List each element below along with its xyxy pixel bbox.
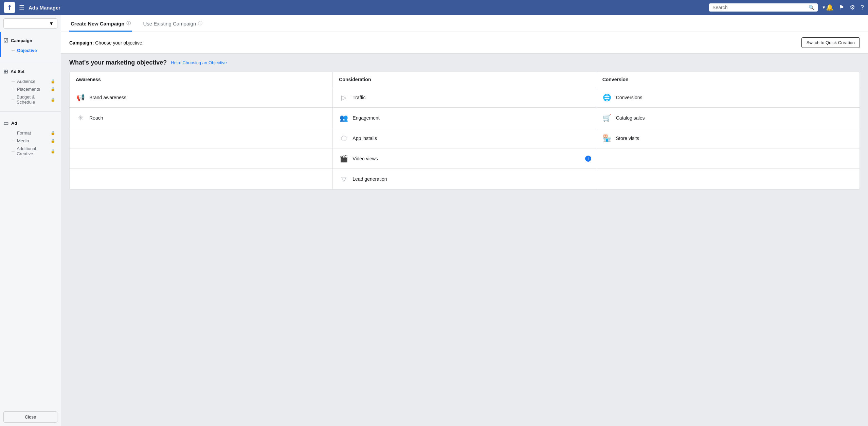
use-existing-campaign-info-icon[interactable]: ⓘ	[198, 20, 202, 26]
ad-section: ▭ Ad Format 🔒 Media 🔒 Additional Creativ…	[0, 114, 61, 160]
media-lock-icon: 🔒	[51, 139, 55, 143]
conversion-column: 🌐 Conversions 🛒 Catalog sales 🏪 Store vi…	[596, 87, 860, 189]
engagement-label: Engagement	[352, 115, 379, 121]
sidebar: ▼ ☑ Campaign Objective ⊞ Ad Set	[0, 15, 61, 426]
conversions-icon: 🌐	[602, 93, 612, 102]
objective-engagement[interactable]: 👥 Engagement	[333, 108, 596, 128]
brand-awareness-label: Brand awareness	[89, 95, 126, 100]
video-views-icon: 🎬	[339, 155, 348, 163]
objective-traffic[interactable]: ▷ Traffic	[333, 87, 596, 108]
create-new-campaign-info-icon[interactable]: ⓘ	[126, 20, 131, 26]
brand-awareness-icon: 📢	[76, 93, 85, 102]
campaign-icon: ☑	[3, 37, 8, 44]
objective-lead-generation[interactable]: ▽ Lead generation	[333, 169, 596, 189]
objective-video-views[interactable]: 🎬 Video views i	[333, 148, 596, 169]
format-label: Format	[17, 130, 31, 136]
tab-use-existing-campaign[interactable]: Use Existing Campaign ⓘ	[142, 15, 204, 32]
use-existing-campaign-label: Use Existing Campaign	[143, 21, 196, 26]
switch-to-quick-creation-button[interactable]: Switch to Quick Creation	[801, 37, 860, 48]
awareness-empty-3	[70, 169, 332, 189]
close-button[interactable]: Close	[3, 411, 57, 423]
video-views-info-badge[interactable]: i	[585, 156, 591, 162]
app-installs-icon: ⬡	[339, 134, 348, 142]
sidebar-dropdown-arrow: ▼	[49, 21, 54, 26]
ad-icon: ▭	[3, 120, 8, 126]
sidebar-item-format[interactable]: Format 🔒	[3, 129, 57, 137]
objective-bar: Campaign: Choose your objective. Switch …	[61, 32, 868, 54]
audience-lock-icon: 🔒	[51, 79, 55, 84]
store-visits-icon: 🏪	[602, 134, 612, 142]
grid-body: 📢 Brand awareness ✳ Reach	[70, 87, 860, 189]
objective-conversions[interactable]: 🌐 Conversions	[596, 87, 860, 108]
app-layout: ▼ ☑ Campaign Objective ⊞ Ad Set	[0, 15, 868, 426]
adset-section: ⊞ Ad Set Audience 🔒 Placements 🔒 Budget …	[0, 63, 61, 109]
adset-icon: ⊞	[3, 68, 8, 75]
main-content: Create New Campaign ⓘ Use Existing Campa…	[61, 15, 868, 426]
bell-icon[interactable]: 🔔	[826, 4, 833, 11]
help-icon[interactable]: ?	[861, 4, 864, 11]
tabs-row: Create New Campaign ⓘ Use Existing Campa…	[69, 15, 860, 32]
nav-dropdown[interactable]: ▼	[822, 5, 826, 10]
lead-generation-icon: ▽	[339, 175, 348, 183]
additional-creative-label: Additional Creative	[17, 146, 51, 156]
awareness-empty-2	[70, 148, 332, 169]
format-lock-icon: 🔒	[51, 131, 55, 135]
nav-icons: 🔔 ⚑ ⚙ ?	[826, 4, 864, 11]
awareness-column: 📢 Brand awareness ✳ Reach	[70, 87, 333, 189]
header-consideration: Consideration	[333, 72, 596, 87]
conversions-label: Conversions	[616, 95, 643, 100]
objective-label: Objective	[17, 48, 37, 53]
sidebar-item-audience[interactable]: Audience 🔒	[3, 77, 57, 85]
sidebar-item-budget[interactable]: Budget & Schedule 🔒	[3, 93, 57, 106]
sidebar-item-placements[interactable]: Placements 🔒	[3, 85, 57, 93]
sidebar-item-additional-creative[interactable]: Additional Creative 🔒	[3, 145, 57, 158]
traffic-icon: ▷	[339, 93, 348, 102]
ad-section-header: ▭ Ad	[3, 120, 57, 126]
adset-section-header: ⊞ Ad Set	[3, 68, 57, 75]
facebook-logo: f	[4, 2, 15, 13]
lead-generation-label: Lead generation	[352, 176, 387, 182]
budget-label: Budget & Schedule	[17, 94, 51, 105]
store-visits-label: Store visits	[616, 136, 639, 141]
hamburger-icon[interactable]: ☰	[18, 2, 26, 13]
flag-icon[interactable]: ⚑	[839, 4, 844, 11]
adset-label: Ad Set	[11, 69, 24, 74]
tab-create-new-campaign[interactable]: Create New Campaign ⓘ	[69, 15, 132, 32]
conversion-empty-1	[596, 148, 860, 169]
catalog-sales-label: Catalog sales	[616, 115, 645, 121]
media-label: Media	[17, 138, 29, 143]
objective-app-installs[interactable]: ⬡ App installs	[333, 128, 596, 148]
objective-heading: What's your marketing objective?	[69, 59, 167, 66]
reach-label: Reach	[89, 115, 103, 121]
gear-icon[interactable]: ⚙	[850, 4, 855, 11]
ad-label: Ad	[11, 121, 17, 126]
sidebar-dropdown[interactable]: ▼	[3, 18, 57, 29]
audience-label: Audience	[17, 79, 35, 84]
objective-brand-awareness[interactable]: 📢 Brand awareness	[70, 87, 332, 108]
search-input[interactable]	[712, 5, 809, 10]
ads-manager-title: Ads Manager	[29, 5, 60, 11]
objective-description-text: Choose your objective.	[95, 40, 143, 46]
campaign-tabs-card: Create New Campaign ⓘ Use Existing Campa…	[61, 15, 868, 32]
objective-reach[interactable]: ✳ Reach	[70, 108, 332, 128]
help-link[interactable]: Help: Choosing an Objective	[171, 60, 227, 65]
objective-section: What's your marketing objective? Help: C…	[61, 59, 868, 198]
consideration-column: ▷ Traffic 👥 Engagement ⬡ App installs	[333, 87, 596, 189]
catalog-sales-icon: 🛒	[602, 114, 612, 122]
top-nav: f ☰ Ads Manager 🔍 ▼ 🔔 ⚑ ⚙ ?	[0, 0, 868, 15]
traffic-label: Traffic	[352, 95, 365, 100]
create-new-campaign-label: Create New Campaign	[71, 21, 124, 26]
objective-prefix: Campaign:	[69, 40, 94, 46]
additional-creative-lock-icon: 🔒	[51, 149, 55, 154]
sidebar-item-objective[interactable]: Objective	[3, 47, 57, 54]
sidebar-item-media[interactable]: Media 🔒	[3, 137, 57, 145]
budget-lock-icon: 🔒	[51, 97, 55, 102]
search-icon: 🔍	[809, 5, 814, 10]
objective-catalog-sales[interactable]: 🛒 Catalog sales	[596, 108, 860, 128]
conversion-empty-2	[596, 169, 860, 189]
awareness-empty-1	[70, 128, 332, 148]
objective-heading-row: What's your marketing objective? Help: C…	[69, 59, 860, 66]
campaign-section: ☑ Campaign Objective	[0, 32, 61, 57]
app-installs-label: App installs	[352, 136, 377, 141]
objective-store-visits[interactable]: 🏪 Store visits	[596, 128, 860, 148]
